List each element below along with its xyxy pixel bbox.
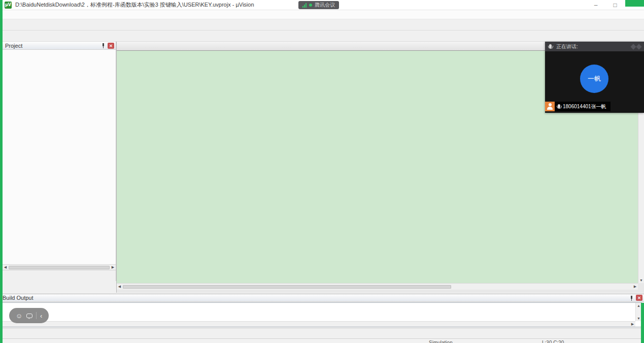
online-dot-icon: [309, 4, 312, 7]
bottom-tab-bar: [0, 328, 644, 338]
window-title: D:\BaiduNetdiskDownload\2，标准例程-库函数版本\实验3…: [15, 1, 254, 9]
speaking-label: 正在讲话:: [556, 43, 630, 50]
meeting-video-overlay[interactable]: 正在讲话: 一帆 1806014401张一帆: [545, 42, 644, 113]
overlay-header: 正在讲话:: [545, 42, 644, 51]
close-icon[interactable]: ×: [636, 295, 642, 301]
participant-icon: [545, 102, 555, 111]
scroll-down-icon[interactable]: ▼: [638, 277, 644, 283]
project-tree-hscrollbar[interactable]: ◀ ▶: [3, 264, 116, 270]
status-cursor-position: L:30 C:20: [542, 340, 564, 343]
microphone-icon: [549, 44, 552, 48]
editor-hscrollbar[interactable]: ◀ ▶: [117, 283, 638, 290]
share-border-top-right: [625, 0, 644, 7]
build-output-title: Build Output: [3, 295, 629, 301]
scroll-right-icon[interactable]: ▶: [632, 285, 638, 289]
project-panel-title: Project: [5, 43, 101, 49]
divider: [36, 312, 37, 319]
project-panel-header: Project ×: [3, 42, 116, 50]
share-border-right: [641, 303, 644, 343]
project-panel-tabs: [3, 270, 116, 281]
hscroll-thumb[interactable]: [123, 285, 451, 289]
maximize-button[interactable]: □: [605, 0, 625, 10]
scroll-left-icon[interactable]: ◀: [117, 285, 122, 289]
smiley-icon[interactable]: ☺: [16, 312, 22, 320]
uvision-app-icon: μV: [5, 2, 12, 9]
hscroll-thumb[interactable]: [9, 266, 110, 269]
overlay-video-area: 一帆 1806014401张一帆: [545, 51, 644, 113]
pin-icon[interactable]: [101, 43, 106, 48]
status-mode: Simulation: [429, 340, 453, 343]
project-panel: Project × ◀ ▶: [3, 42, 116, 281]
meeting-pill-label: 腾讯会议: [315, 2, 335, 9]
scroll-right-icon[interactable]: ▶: [630, 322, 635, 326]
meeting-status-pill[interactable]: 腾讯会议: [298, 1, 339, 9]
scroll-right-icon[interactable]: ▶: [110, 265, 116, 269]
minimize-button[interactable]: –: [586, 0, 605, 10]
meeting-reaction-pill[interactable]: ☺ ‹: [9, 308, 49, 323]
toolbar-file: [0, 19, 644, 30]
collapse-chevron-icon[interactable]: ‹: [40, 312, 42, 320]
share-border-left: [0, 0, 3, 343]
signal-bars-icon: [302, 3, 307, 8]
close-icon[interactable]: ×: [108, 43, 114, 49]
participant-name: 1806014401张一帆: [563, 103, 606, 110]
build-output-content[interactable]: ▲ ▼ ▶: [1, 302, 642, 327]
status-bar: Simulation L:30 C:20: [0, 338, 644, 343]
chat-bubble-icon[interactable]: [26, 314, 32, 318]
microphone-icon: [558, 104, 560, 108]
participant-name-bar: 1806014401张一帆: [545, 102, 611, 111]
build-output-header: Build Output ×: [0, 294, 644, 302]
meeting-logo-icon: [636, 44, 641, 49]
participant-avatar: 一帆: [580, 65, 608, 93]
project-tree: [3, 50, 116, 264]
scroll-left-icon[interactable]: ◀: [3, 265, 8, 269]
pin-icon[interactable]: [629, 295, 634, 301]
menu-bar: [0, 10, 644, 19]
toolbar-build: [0, 30, 644, 42]
build-output-hscrollbar[interactable]: ▶: [2, 321, 635, 327]
